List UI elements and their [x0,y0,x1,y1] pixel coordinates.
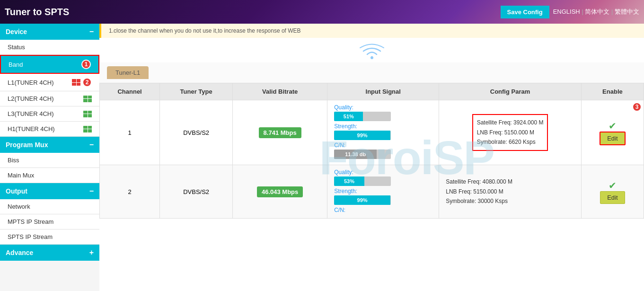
sidebar-item-l2tuner-label: L2(TUNER 4CH) [8,95,54,102]
wifi-icon [358,42,386,61]
config-param-box-1: Satellite Freq: 3924.000 M LNB Freq: 515… [472,114,548,150]
wifi-icon-container [99,38,644,62]
config-param-2: Satellite Freq: 4080.000 M LNB Freq: 515… [439,165,582,219]
sidebar-item-spts-ip-stream[interactable]: SPTS IP Stream [0,229,99,245]
lang-english[interactable]: ENGLISH [553,8,580,15]
col-header-valid-bitrate: Valid Bitrate [233,83,327,100]
sidebar-section-program-mux-label: Program Mux [6,141,48,149]
config-line1-1: Satellite Freq: 3924.000 M [477,118,544,127]
sidebar-item-network[interactable]: Network [0,199,99,214]
col-header-channel: Channel [100,83,160,100]
sidebar-item-biss-label: Biss [8,157,19,164]
bitrate-2: 46.043 Mbps [233,165,327,219]
config-line2-2: LNB Freq: 5150.000 M [446,187,574,196]
enable-cell-1: ✔ Edit 3 [581,100,644,165]
header-right: Save Config ENGLISH | 简体中文 | 繁體中文 [501,6,639,18]
language-selector[interactable]: ENGLISH | 简体中文 | 繁體中文 [553,8,639,16]
h1tuner-grid-icon [83,126,92,132]
sidebar-item-band-label: Band [9,61,23,68]
save-config-button[interactable]: Save Config [501,6,549,18]
sidebar-item-h1tuner[interactable]: H1(TUNER 4CH) [0,122,99,137]
sidebar-section-output-label: Output [6,187,27,195]
channel-table: Channel Tuner Type Valid Bitrate Input S… [99,83,644,219]
strength-label-1: Strength: [334,123,432,130]
l1tuner-grid-icon [72,79,80,86]
config-param-box-2: Satellite Freq: 4080.000 M LNB Freq: 515… [446,177,574,206]
sidebar-section-advance: Advance + [0,245,99,261]
config-line3-2: Symbolrate: 30000 Ksps [446,196,574,206]
annotation-3: 3 [632,102,642,112]
sidebar-item-l3tuner-label: L3(TUNER 4CH) [8,110,54,117]
sidebar-header-output[interactable]: Output − [0,183,99,199]
sidebar-item-network-label: Network [8,203,30,210]
notice-bar: 1.close the channel when you do not use … [99,24,644,38]
sidebar-section-program-mux: Program Mux − Biss Main Mux [0,137,99,183]
sidebar-section-output-toggle: − [89,187,94,195]
sidebar-item-status[interactable]: Status [0,40,99,55]
app-header: Tuner to SPTS Save Config ENGLISH | 简体中文… [0,0,644,24]
l1tuner-icon-group: 2 [72,78,92,87]
quality-bar-container-2: 53% [334,176,391,186]
edit-button-1[interactable]: Edit [600,132,625,145]
tuner-tab-bar: Tuner-L1 [99,62,644,83]
col-header-config-param: Config Param [439,83,582,100]
sidebar: Device − Status Band 1 L1(TUNER 4CH) 2 [0,24,99,291]
tuner-type-1: DVBS/S2 [160,100,233,165]
signal-1: Quality: 51% Strength: 99% C/N: 11.38 db [327,100,439,165]
cn-label-1: C/N: [334,142,432,149]
quality-label-2: Quality: [334,169,432,176]
quality-bar-container-1: 51% [334,112,391,121]
bitrate-1: 8.741 Mbps [233,100,327,165]
edit-button-2[interactable]: Edit [600,191,625,204]
config-line1-2: Satellite Freq: 4080.000 M [446,177,574,186]
tuner-type-2: DVBS/S2 [160,165,233,219]
config-line3-1: Symbolrate: 6620 Ksps [477,137,544,147]
enable-cell-2: ✔ Edit [581,165,644,219]
main-layout: Device − Status Band 1 L1(TUNER 4CH) 2 [0,24,644,291]
check-icon-1: ✔ [609,121,617,131]
quality-bar-2: 53% [334,176,364,186]
sidebar-item-main-mux[interactable]: Main Mux [0,168,99,183]
sidebar-item-l2tuner[interactable]: L2(TUNER 4CH) [0,91,99,106]
main-content: ForoiSP 1.close the channel when you do … [99,24,644,291]
sidebar-item-mpts-ip-stream[interactable]: MPTS IP Stream [0,214,99,229]
sidebar-header-advance[interactable]: Advance + [0,245,99,261]
col-header-input-signal: Input Signal [327,83,439,100]
strength-bar-2: 99% [334,195,390,205]
sidebar-item-spts-ip-stream-label: SPTS IP Stream [8,233,53,240]
l3tuner-grid-icon [83,111,92,117]
config-param-1: Satellite Freq: 3924.000 M LNB Freq: 515… [439,100,582,165]
sidebar-section-device: Device − Status Band 1 L1(TUNER 4CH) 2 [0,24,99,137]
sidebar-item-l1tuner-label: L1(TUNER 4CH) [8,79,54,86]
signal-2: Quality: 53% Strength: 99% C/N: [327,165,439,219]
col-header-tuner-type: Tuner Type [160,83,233,100]
tuner-tab-l1[interactable]: Tuner-L1 [107,66,149,79]
l2tuner-grid-icon [83,96,92,102]
quality-bar-1: 51% [334,112,363,121]
col-header-enable: Enable [581,83,644,100]
sidebar-section-advance-toggle: + [89,248,94,257]
table-row: 2 DVBS/S2 46.043 Mbps Quality: 53% Stren… [100,165,644,219]
sidebar-item-band[interactable]: Band 1 [0,55,99,74]
sidebar-item-mpts-ip-stream-label: MPTS IP Stream [8,218,53,225]
svg-point-0 [371,56,373,59]
bitrate-badge-2: 46.043 Mbps [257,186,303,197]
sidebar-item-l1tuner[interactable]: L1(TUNER 4CH) 2 [0,74,99,91]
sidebar-header-device[interactable]: Device − [0,24,99,40]
quality-label-1: Quality: [334,104,432,111]
sidebar-item-biss[interactable]: Biss [0,153,99,168]
sidebar-section-device-toggle: − [89,27,94,36]
strength-label-2: Strength: [334,188,432,194]
lang-traditional-chinese[interactable]: 繁體中文 [615,8,639,15]
signal-block-2: Quality: 53% Strength: 99% C/N: [334,169,432,213]
app-title: Tuner to SPTS [5,7,69,18]
sidebar-item-l3tuner[interactable]: L3(TUNER 4CH) [0,106,99,122]
signal-block-1: Quality: 51% Strength: 99% C/N: 11.38 db [334,104,432,159]
annotation-1: 1 [81,60,91,69]
config-line2-1: LNB Freq: 5150.000 M [477,128,544,137]
lang-simplified-chinese[interactable]: 简体中文 [585,8,609,15]
sidebar-item-status-label: Status [8,44,25,51]
sidebar-section-program-mux-toggle: − [89,141,94,149]
notice-text: 1.close the channel when you do not use … [109,27,301,34]
sidebar-header-program-mux[interactable]: Program Mux − [0,137,99,153]
